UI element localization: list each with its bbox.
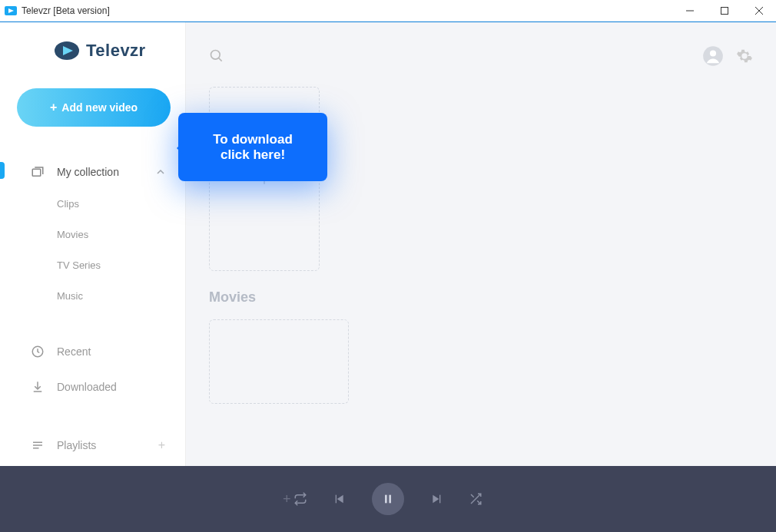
- nav-movies-label: Movies: [57, 229, 88, 240]
- window-titlebar: Televzr [Beta version]: [0, 0, 776, 22]
- svg-point-17: [710, 50, 716, 56]
- svg-rect-23: [389, 495, 391, 504]
- maximize-button[interactable]: [707, 0, 741, 21]
- nav-my-collection-label: My collection: [57, 166, 119, 178]
- window-title: Televzr [Beta version]: [22, 5, 672, 16]
- shuffle-button[interactable]: [469, 492, 483, 506]
- svg-rect-21: [336, 495, 337, 504]
- add-video-label: Add new video: [61, 101, 138, 114]
- nav-recent-label: Recent: [57, 345, 91, 358]
- main-content: Movies: [186, 22, 776, 466]
- player-bar: +: [0, 466, 776, 532]
- window-controls: [672, 0, 776, 21]
- nav-tvseries[interactable]: TV Series: [0, 249, 185, 280]
- tooltip-line1: To download: [213, 132, 293, 147]
- minimize-button[interactable]: [672, 0, 707, 21]
- nav-clips-label: Clips: [57, 198, 79, 210]
- nav: My collection Clips Movies TV Series Mus…: [0, 156, 185, 463]
- repeat-button[interactable]: [293, 492, 307, 506]
- nav-playlists-label: Playlists: [57, 439, 96, 451]
- section-movies-title: Movies: [209, 289, 753, 306]
- logo-icon: [54, 41, 80, 61]
- nav-downloaded[interactable]: Downloaded: [0, 369, 185, 405]
- profile-icon[interactable]: [702, 45, 724, 67]
- nav-music-label: Music: [57, 290, 83, 302]
- search-icon[interactable]: [209, 48, 224, 64]
- play-pause-button[interactable]: [372, 483, 404, 515]
- download-tooltip: To download click here!: [178, 113, 327, 181]
- add-movie-placeholder[interactable]: [209, 319, 349, 404]
- nav-my-collection[interactable]: My collection: [0, 156, 185, 188]
- close-button[interactable]: [741, 0, 776, 21]
- logo: Televzr: [0, 41, 185, 61]
- add-playlist-icon[interactable]: +: [158, 438, 165, 452]
- download-icon: [31, 380, 45, 394]
- svg-line-28: [471, 494, 474, 497]
- app-icon: [5, 5, 17, 17]
- player-add-icon[interactable]: +: [283, 491, 291, 507]
- next-button[interactable]: [430, 493, 443, 505]
- add-video-button[interactable]: + Add new video: [17, 88, 171, 127]
- brand-name: Televzr: [86, 41, 146, 61]
- nav-downloaded-label: Downloaded: [57, 381, 117, 393]
- svg-rect-22: [385, 495, 387, 504]
- svg-rect-8: [32, 169, 41, 176]
- previous-button[interactable]: [333, 493, 346, 505]
- nav-clips[interactable]: Clips: [0, 188, 185, 219]
- chevron-up-icon: [156, 167, 165, 177]
- settings-icon[interactable]: [736, 48, 753, 64]
- nav-music[interactable]: Music: [0, 280, 185, 311]
- recent-icon: [31, 345, 45, 359]
- svg-rect-3: [721, 8, 728, 15]
- svg-rect-25: [439, 495, 440, 504]
- tooltip-line2: click here!: [221, 147, 285, 163]
- playlist-icon: [31, 438, 45, 452]
- plus-icon: +: [50, 101, 57, 114]
- svg-marker-20: [337, 495, 343, 504]
- svg-marker-24: [433, 495, 439, 504]
- svg-point-14: [211, 51, 221, 60]
- collection-icon: [31, 165, 45, 179]
- svg-line-15: [219, 58, 222, 61]
- nav-recent[interactable]: Recent: [0, 334, 185, 369]
- nav-movies[interactable]: Movies: [0, 219, 185, 249]
- sidebar: Televzr + Add new video To download clic…: [0, 22, 186, 466]
- nav-playlists[interactable]: Playlists +: [0, 428, 185, 463]
- top-toolbar: [209, 41, 753, 71]
- nav-tvseries-label: TV Series: [57, 259, 101, 271]
